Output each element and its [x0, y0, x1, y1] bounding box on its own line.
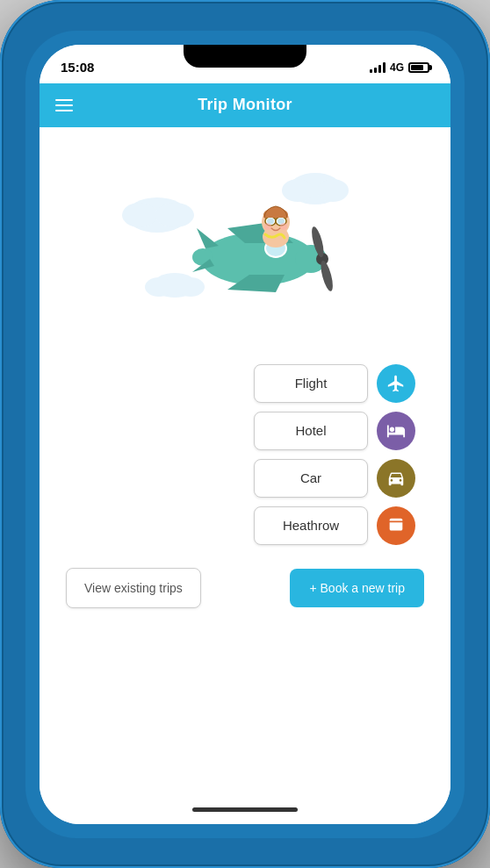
service-row-hotel: Hotel: [254, 412, 415, 450]
plane-svg: [122, 145, 368, 338]
svg-point-28: [264, 223, 271, 230]
hotel-icon[interactable]: [377, 412, 415, 450]
service-row-flight: Flight: [254, 364, 415, 403]
nav-title: Trip Monitor: [198, 96, 292, 114]
hero-illustration: [57, 127, 433, 355]
svg-point-8: [177, 277, 205, 297]
nav-bar: Trip Monitor: [40, 83, 450, 127]
status-icons: 4G: [370, 61, 429, 74]
notch: [184, 45, 306, 68]
phone-inner: 15:08 4G Trip Monitor: [25, 31, 465, 838]
flight-button[interactable]: Flight: [254, 364, 368, 403]
service-row-car: Car: [254, 459, 415, 498]
car-button[interactable]: Car: [254, 459, 368, 498]
network-label: 4G: [390, 61, 404, 74]
main-content: Flight Hotel: [40, 127, 450, 824]
action-row: View existing trips + Book a new trip: [57, 568, 433, 608]
service-row-heathrow: Heathrow: [254, 506, 415, 545]
hamburger-menu-icon[interactable]: [55, 99, 73, 111]
signal-bars-icon: [370, 62, 386, 73]
svg-point-7: [145, 277, 173, 297]
book-trip-button[interactable]: + Book a new trip: [290, 569, 424, 607]
home-indicator: [192, 807, 298, 812]
hotel-button[interactable]: Hotel: [254, 412, 368, 450]
car-icon[interactable]: [377, 459, 415, 498]
heathrow-button[interactable]: Heathrow: [254, 506, 368, 545]
svg-point-4: [282, 179, 313, 202]
svg-marker-12: [197, 228, 219, 248]
screen: 15:08 4G Trip Monitor: [40, 45, 450, 824]
status-time: 15:08: [61, 60, 94, 75]
svg-point-29: [280, 223, 287, 230]
battery-fill: [411, 65, 423, 70]
battery-icon: [408, 62, 429, 73]
view-trips-button[interactable]: View existing trips: [66, 568, 201, 608]
svg-point-1: [122, 203, 157, 227]
svg-point-5: [317, 179, 349, 202]
svg-point-2: [155, 203, 194, 227]
flight-icon[interactable]: [377, 364, 415, 403]
heathrow-icon[interactable]: [377, 506, 415, 545]
phone-frame: 15:08 4G Trip Monitor: [0, 0, 490, 868]
service-buttons-section: Flight Hotel: [57, 364, 433, 545]
